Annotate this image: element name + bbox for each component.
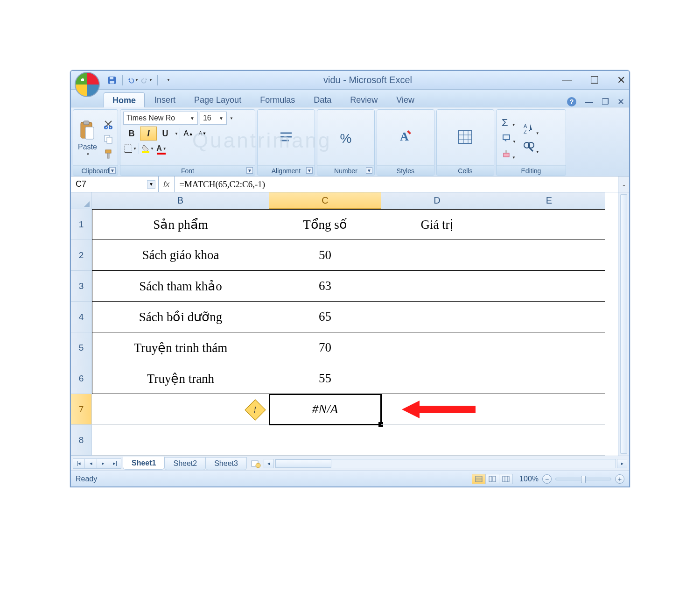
vertical-scrollbar[interactable] [618, 192, 629, 456]
number-launcher[interactable]: ▼ [366, 167, 372, 174]
cell-D8[interactable] [381, 425, 493, 456]
bold-button[interactable]: B [123, 127, 140, 141]
cell-E3[interactable] [493, 271, 605, 302]
cell-C3[interactable]: 63 [269, 271, 381, 302]
clear-button[interactable]: ▼ [502, 149, 516, 161]
view-page-break-button[interactable] [499, 474, 513, 484]
col-header-D[interactable]: D [381, 192, 493, 209]
zoom-level[interactable]: 100% [519, 475, 539, 483]
view-normal-button[interactable] [472, 474, 486, 484]
cell-D2[interactable] [381, 240, 493, 271]
fill-color-button[interactable]: ▼ [140, 142, 154, 155]
cell-D7[interactable] [381, 394, 493, 425]
qat-redo-button[interactable]: ▼ [141, 75, 153, 86]
cell-D1[interactable]: Giá trị [381, 209, 493, 240]
cut-button[interactable] [102, 119, 115, 130]
qat-customize-button[interactable]: ▼ [162, 75, 174, 86]
format-painter-button[interactable] [102, 148, 115, 160]
autosum-button[interactable]: Σ ▼ [502, 117, 516, 129]
formula-input[interactable]: =MATCH(65,C2:C6,-1) [175, 176, 618, 192]
office-button[interactable] [75, 72, 100, 97]
maximize-button[interactable]: ☐ [590, 74, 599, 86]
zoom-slider[interactable] [555, 478, 611, 480]
cell-E7[interactable] [493, 394, 605, 425]
view-page-layout-button[interactable] [485, 474, 499, 484]
cell-D3[interactable] [381, 271, 493, 302]
dropdown-icon[interactable]: ▼ [147, 180, 155, 189]
number-icon[interactable]: % [340, 131, 351, 146]
font-name-combo[interactable]: Times New Ro▼ [123, 112, 198, 125]
italic-button[interactable]: I [140, 127, 157, 141]
cell-C7[interactable]: ! #N/A [269, 394, 381, 425]
grow-font-button[interactable]: A▲ [182, 127, 196, 140]
cell-E4[interactable] [493, 302, 605, 332]
sheet-nav-first[interactable]: |◂ [73, 458, 85, 469]
tab-formulas[interactable]: Formulas [251, 92, 304, 107]
row-header-6[interactable]: 6 [71, 363, 91, 394]
cell-C4[interactable]: 65 [269, 302, 381, 332]
font-size-combo[interactable]: 16▼ [200, 112, 227, 125]
cell-D4[interactable] [381, 302, 493, 332]
close-button[interactable]: ✕ [617, 74, 625, 86]
cells-icon[interactable] [457, 129, 473, 148]
cell-B7[interactable] [92, 394, 269, 425]
cell-C6[interactable]: 55 [269, 363, 381, 394]
cell-B4[interactable]: Sách bồi dưỡng [92, 302, 269, 332]
row-header-5[interactable]: 5 [71, 332, 91, 363]
workbook-close-button[interactable]: ✕ [617, 97, 624, 107]
borders-button[interactable]: ▼ [123, 142, 137, 155]
shrink-font-button[interactable]: A▼ [196, 127, 210, 140]
tab-data[interactable]: Data [305, 92, 340, 107]
col-header-C[interactable]: C [269, 192, 381, 209]
qat-save-button[interactable] [106, 75, 118, 86]
zoom-out-button[interactable]: − [542, 474, 552, 484]
cell-C1[interactable]: Tổng số [269, 209, 381, 240]
font-launcher[interactable]: ▼ [246, 167, 253, 174]
tab-page-layout[interactable]: Page Layout [185, 92, 250, 107]
tab-view[interactable]: View [387, 92, 423, 107]
name-box[interactable]: C7▼ [71, 176, 159, 192]
workbook-minimize-button[interactable]: — [585, 97, 593, 107]
sheet-nav-next[interactable]: ▸ [97, 458, 109, 469]
underline-button[interactable]: U [157, 127, 174, 141]
cell-B6[interactable]: Truyện tranh [92, 363, 269, 394]
sheet-nav-last[interactable]: ▸| [109, 458, 121, 469]
workbook-restore-button[interactable]: ❐ [602, 97, 609, 107]
sheet-tab-1[interactable]: Sheet1 [123, 457, 165, 470]
cell-B5[interactable]: Truyện trinh thám [92, 332, 269, 363]
row-header-3[interactable]: 3 [71, 271, 91, 302]
tab-home[interactable]: Home [104, 92, 145, 107]
cell-D5[interactable] [381, 332, 493, 363]
row-header-1[interactable]: 1 [71, 209, 91, 240]
cell-E2[interactable] [493, 240, 605, 271]
cell-E8[interactable] [493, 425, 605, 456]
tab-insert[interactable]: Insert [146, 92, 184, 107]
cell-C5[interactable]: 70 [269, 332, 381, 363]
cell-C8[interactable] [269, 425, 381, 456]
sort-filter-button[interactable]: AZ▼ [523, 122, 539, 136]
fx-icon[interactable]: fx [163, 180, 169, 189]
row-header-4[interactable]: 4 [71, 302, 91, 332]
cell-B8[interactable] [92, 425, 269, 456]
cell-B1[interactable]: Sản phẩm [92, 209, 269, 240]
alignment-launcher[interactable]: ▼ [306, 167, 313, 174]
cell-E6[interactable] [493, 363, 605, 394]
clipboard-launcher[interactable]: ▼ [109, 167, 116, 174]
copy-button[interactable] [102, 134, 115, 145]
cell-D6[interactable] [381, 363, 493, 394]
sheet-nav-prev[interactable]: ◂ [85, 458, 97, 469]
zoom-in-button[interactable]: + [615, 474, 624, 484]
insert-sheet-button[interactable] [250, 458, 262, 469]
col-header-E[interactable]: E [493, 192, 605, 209]
row-header-8[interactable]: 8 [71, 425, 91, 456]
cell-E1[interactable] [493, 209, 605, 240]
row-header-7[interactable]: 7 [71, 394, 91, 425]
select-all-corner[interactable] [71, 192, 91, 209]
alignment-icon[interactable] [278, 128, 294, 148]
sheet-tab-2[interactable]: Sheet2 [164, 457, 206, 470]
horizontal-scrollbar[interactable]: ◂▸ [264, 459, 627, 468]
paste-button[interactable]: Paste ▼ [76, 120, 99, 157]
help-button[interactable]: ? [567, 97, 576, 106]
minimize-button[interactable]: — [562, 74, 572, 86]
tab-review[interactable]: Review [341, 92, 386, 107]
